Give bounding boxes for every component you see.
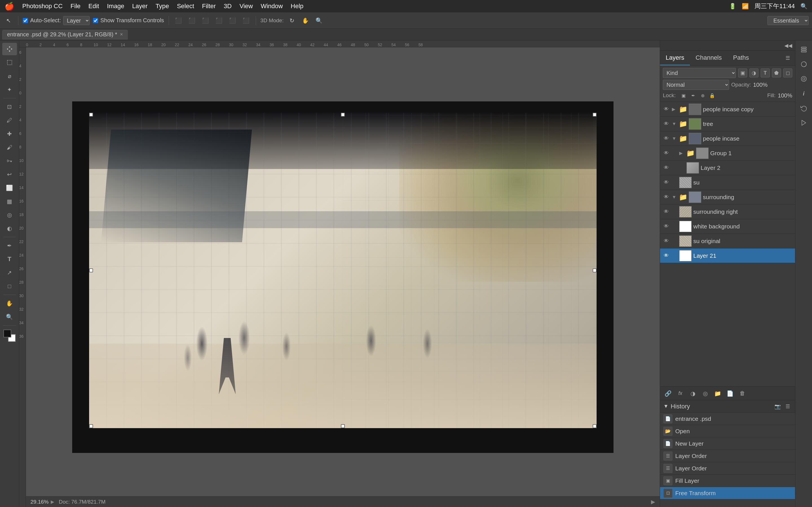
auto-select-dropdown[interactable]: Layer Group [63, 16, 90, 25]
transform-handle-left[interactable] [89, 269, 93, 272]
paths-tab[interactable]: Paths [727, 51, 755, 65]
layer-visibility-toggle[interactable]: 👁 [662, 135, 670, 143]
lock-pixels-btn[interactable]: ▣ [679, 92, 688, 100]
adjustments-panel-toggle[interactable] [797, 57, 811, 71]
type-filter-btn[interactable]: T [761, 68, 770, 77]
opacity-value[interactable]: 100% [753, 82, 767, 88]
color-panel-toggle[interactable] [797, 72, 811, 86]
panel-menu-icon[interactable]: ☰ [784, 54, 792, 62]
gradient-btn[interactable]: ▦ [2, 195, 17, 208]
history-panel-toggle[interactable] [797, 101, 811, 115]
blend-mode-dropdown[interactable]: Normal Multiply Screen Overlay [663, 80, 729, 90]
canvas[interactable] [72, 101, 613, 453]
history-item-selected[interactable]: ⊡ Free Transform [660, 487, 795, 499]
crop-tool-btn[interactable]: ⊡ [2, 101, 17, 113]
canvas-container[interactable]: 29.16% ▶ Doc: 76.7M/821.7M ▶ [26, 47, 660, 507]
menu-layer[interactable]: Layer [132, 3, 148, 10]
move-tool[interactable]: ↖ [3, 15, 13, 25]
path-select-btn[interactable]: ↗ [2, 267, 17, 279]
zoom-tool-btn[interactable]: 🔍 [2, 311, 17, 323]
shape-tool-btn[interactable]: □ [2, 280, 17, 292]
canvas-image[interactable] [89, 113, 597, 428]
color-swatches[interactable] [2, 329, 17, 342]
foreground-color[interactable] [3, 330, 11, 337]
history-item[interactable]: 📂 Open [660, 425, 795, 438]
menu-filter[interactable]: Filter [202, 3, 216, 10]
layer-item[interactable]: 👁 ▶ 📁 Group 1 [660, 146, 795, 161]
menu-edit[interactable]: Edit [89, 3, 99, 10]
layer-item[interactable]: 👁 white background [660, 219, 795, 234]
align-left-icon[interactable]: ⬛ [173, 15, 184, 25]
menu-photoshop[interactable]: Photoshop CC [22, 3, 63, 10]
dodge-btn[interactable]: ◐ [2, 222, 17, 235]
eraser-btn[interactable]: ⬜ [2, 182, 17, 194]
layer-visibility-toggle[interactable]: 👁 [662, 120, 670, 128]
search-icon[interactable]: 🔍 [801, 3, 808, 10]
kind-dropdown[interactable]: Kind [663, 68, 736, 78]
layer-visibility-toggle[interactable]: 👁 [662, 208, 670, 216]
transform-handle-bl[interactable] [89, 424, 93, 428]
layer-item-selected[interactable]: 👁 Layer 21 [660, 248, 795, 263]
new-group-btn[interactable]: 📁 [712, 388, 723, 399]
menu-help[interactable]: Help [291, 3, 303, 10]
3d-zoom-icon[interactable]: 🔍 [314, 15, 324, 25]
history-item[interactable]: ▣ Fill Layer [660, 474, 795, 487]
channels-tab[interactable]: Channels [690, 51, 727, 65]
lock-artboard-btn[interactable]: ⊕ [699, 92, 707, 100]
align-middle-icon[interactable]: ⬛ [227, 15, 238, 25]
layer-visibility-toggle[interactable]: 👁 [662, 237, 670, 245]
3d-rotate-icon[interactable]: ↻ [287, 15, 297, 25]
layer-expand-arrow[interactable]: ▶ [679, 151, 685, 156]
history-expand-icon[interactable]: ▼ [663, 403, 668, 409]
align-top-icon[interactable]: ⬛ [214, 15, 224, 25]
history-menu-btn[interactable]: ☰ [784, 402, 792, 410]
smart-filter-btn[interactable]: ◻ [783, 68, 792, 77]
layers-tab[interactable]: Layers [660, 51, 690, 65]
history-item[interactable]: ☰ Layer Order [660, 462, 795, 474]
menu-type[interactable]: Type [156, 3, 169, 10]
align-right-icon[interactable]: ⬛ [200, 15, 211, 25]
layers-panel-toggle[interactable] [797, 43, 811, 56]
layer-item[interactable]: 👁 Layer 2 [660, 161, 795, 175]
marquee-tool-btn[interactable] [2, 56, 17, 69]
tab-close-button[interactable]: × [120, 32, 123, 38]
essentials-dropdown[interactable]: Essentials [767, 16, 809, 25]
history-item[interactable]: ☰ Layer Order [660, 450, 795, 462]
document-tab[interactable]: entrance .psd @ 29.2% (Layer 21, RGB/8) … [2, 30, 128, 40]
transform-handle-bottom[interactable] [341, 424, 345, 428]
layer-visibility-toggle[interactable]: 👁 [662, 149, 670, 157]
fill-value[interactable]: 100% [778, 93, 792, 99]
eyedropper-btn[interactable]: 🖊 [2, 114, 17, 126]
transform-handle-tr[interactable] [593, 113, 597, 117]
new-adjustment-btn[interactable]: ◎ [700, 388, 710, 399]
shape-filter-btn[interactable]: ⬟ [772, 68, 781, 77]
menu-image[interactable]: Image [107, 3, 124, 10]
menu-view[interactable]: View [240, 3, 253, 10]
new-layer-btn[interactable]: 📄 [725, 388, 735, 399]
align-bottom-icon[interactable]: ⬛ [241, 15, 251, 25]
layer-expand-arrow[interactable]: ▶ [672, 107, 677, 112]
menu-window[interactable]: Window [261, 3, 283, 10]
collapse-panel-btn[interactable]: ◀◀ [784, 42, 792, 50]
history-item[interactable]: 📄 New Layer [660, 438, 795, 450]
transform-handle-tl[interactable] [89, 113, 93, 117]
transform-handle-br[interactable] [593, 424, 597, 428]
layer-expand-arrow[interactable]: ▼ [672, 194, 677, 200]
hand-tool-btn[interactable]: ✋ [2, 297, 17, 309]
show-transform-checkbox[interactable] [93, 18, 98, 23]
menu-file[interactable]: File [70, 3, 80, 10]
layer-visibility-toggle[interactable]: 👁 [662, 252, 670, 260]
move-tool-btn[interactable] [2, 43, 17, 55]
lock-position-btn[interactable]: ✒ [689, 92, 697, 100]
zoom-arrow-icon[interactable]: ▶ [51, 499, 54, 504]
actions-panel-toggle[interactable] [797, 116, 811, 129]
layer-visibility-toggle[interactable]: 👁 [662, 193, 670, 201]
lasso-tool-btn[interactable]: ⌀ [2, 70, 17, 82]
add-mask-btn[interactable]: ◑ [688, 388, 698, 399]
lock-all-btn[interactable]: 🔒 [708, 92, 716, 100]
layer-visibility-toggle[interactable]: 👁 [662, 179, 670, 186]
layer-visibility-toggle[interactable]: 👁 [662, 164, 670, 172]
layer-item[interactable]: 👁 surrounding right [660, 205, 795, 219]
delete-layer-btn[interactable]: 🗑 [737, 388, 748, 399]
auto-select-checkbox[interactable] [23, 18, 28, 23]
